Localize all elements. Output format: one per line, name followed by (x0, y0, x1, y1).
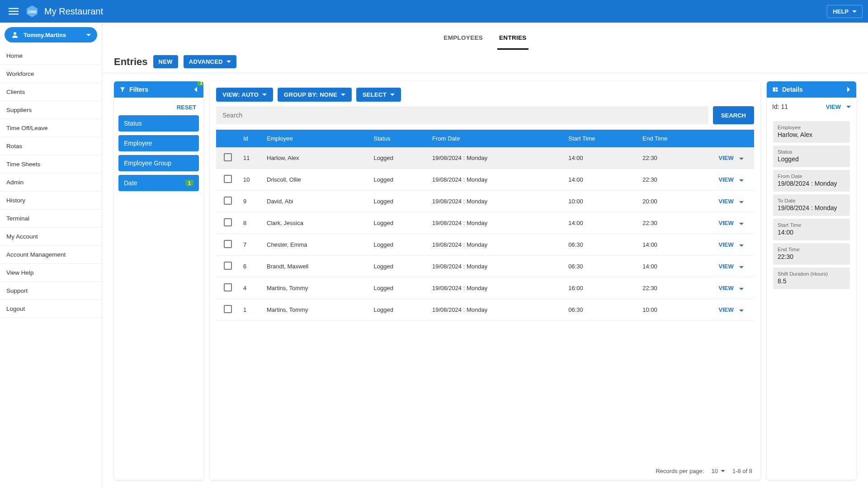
chevron-right-icon (846, 86, 851, 93)
row-checkbox[interactable] (224, 283, 232, 291)
chevron-down-icon[interactable] (737, 220, 746, 226)
sidebar-item[interactable]: Account Management (0, 246, 102, 264)
details-view-button[interactable]: VIEW (826, 103, 841, 110)
table-row[interactable]: 10 Driscoll, Ollie Logged 19/08/2024 : M… (216, 169, 754, 191)
row-view-button[interactable]: VIEW (719, 155, 734, 161)
app-bar: 1BM My Restaurant HELP (0, 0, 868, 23)
table-row[interactable]: 6 Brandt, Maxwell Logged 19/08/2024 : Mo… (216, 256, 754, 277)
chevron-down-icon[interactable] (737, 176, 746, 183)
svg-rect-7 (776, 87, 778, 89)
view-mode-button[interactable]: VIEW: AUTO (216, 88, 273, 102)
filter-chip[interactable]: Status (118, 115, 199, 131)
table-row[interactable]: 11 Harlow, Alex Logged 19/08/2024 : Mond… (216, 147, 754, 169)
hamburger-menu-icon[interactable] (5, 3, 22, 19)
advanced-label: ADVANCED (189, 58, 223, 65)
table-row[interactable]: 8 Clark, Jessica Logged 19/08/2024 : Mon… (216, 212, 754, 234)
sidebar-item[interactable]: History (0, 192, 102, 210)
reset-filters-button[interactable]: RESET (118, 101, 199, 115)
sidebar-item[interactable]: Support (0, 282, 102, 300)
row-checkbox[interactable] (224, 262, 232, 270)
table-row[interactable]: 9 David, Abi Logged 19/08/2024 : Monday … (216, 191, 754, 212)
col-status[interactable]: Status (370, 130, 429, 147)
chevron-down-icon[interactable] (737, 198, 746, 205)
details-header[interactable]: Details (767, 81, 856, 98)
filter-chip[interactable]: Employee (118, 135, 199, 151)
filter-chip[interactable]: Employee Group (118, 155, 199, 171)
detail-card: Shift Duration (Hours)8.5 (773, 267, 850, 289)
page-title: Entries (114, 56, 148, 68)
chevron-down-icon[interactable] (737, 306, 746, 313)
filters-panel: Filters 1 RESET StatusEmployeeEmployee G… (114, 81, 203, 480)
group-by-button[interactable]: GROUP BY: NONE (278, 88, 352, 102)
table-row[interactable]: 1 Martins, Tommy Logged 19/08/2024 : Mon… (216, 299, 754, 321)
details-title: Details (782, 86, 803, 93)
row-checkbox[interactable] (224, 175, 232, 183)
sidebar-item[interactable]: Admin (0, 174, 102, 192)
sidebar-item[interactable]: My Account (0, 228, 102, 246)
chevron-down-icon[interactable] (846, 106, 851, 108)
sidebar-item[interactable]: View Help (0, 264, 102, 282)
col-end[interactable]: End Time (639, 130, 709, 147)
row-checkbox[interactable] (224, 218, 232, 226)
svg-rect-1 (9, 11, 19, 12)
filters-count-badge: 1 (197, 81, 203, 86)
tab-entries[interactable]: ENTRIES (497, 31, 528, 50)
chevron-down-icon[interactable] (737, 263, 746, 270)
new-button[interactable]: NEW (153, 55, 178, 68)
table-row[interactable]: 7 Chester, Emma Logged 19/08/2024 : Mond… (216, 234, 754, 256)
chevron-down-icon (390, 94, 395, 96)
table-row[interactable]: 4 Martins, Tommy Logged 19/08/2024 : Mon… (216, 277, 754, 299)
row-checkbox[interactable] (224, 240, 232, 248)
sidebar-item[interactable]: Rotas (0, 137, 102, 155)
advanced-button[interactable]: ADVANCED (184, 55, 236, 68)
table-footer: Records per page: 10 1-8 of 8 (210, 462, 760, 480)
filters-header[interactable]: Filters (114, 81, 203, 98)
col-start[interactable]: Start Time (565, 130, 639, 147)
chevron-down-icon[interactable] (737, 241, 746, 248)
svg-point-5 (14, 32, 16, 35)
user-icon (11, 31, 19, 39)
filter-chip[interactable]: Date1 (118, 175, 199, 191)
search-input[interactable] (216, 106, 708, 124)
search-button[interactable]: SEARCH (713, 106, 754, 124)
chevron-down-icon[interactable] (737, 155, 746, 161)
filter-count-badge: 1 (185, 180, 193, 186)
row-view-button[interactable]: VIEW (719, 198, 734, 205)
per-page-select[interactable]: 10 (711, 468, 725, 474)
entries-table: Id Employee Status From Date Start Time … (216, 130, 754, 321)
row-view-button[interactable]: VIEW (719, 220, 734, 226)
app-logo-icon: 1BM (24, 4, 40, 19)
row-view-button[interactable]: VIEW (719, 285, 734, 291)
row-view-button[interactable]: VIEW (719, 176, 734, 183)
row-checkbox[interactable] (224, 197, 232, 205)
detail-card: End Time22:30 (773, 243, 850, 265)
sidebar-item[interactable]: Time Sheets (0, 155, 102, 174)
row-checkbox[interactable] (224, 305, 232, 313)
sidebar-item[interactable]: Terminal (0, 210, 102, 228)
details-panel: Details Id: 11 VIEW EmployeeHarlow, Alex… (767, 81, 856, 480)
sidebar-item[interactable]: Time Off/Leave (0, 119, 102, 137)
chevron-down-icon[interactable] (737, 285, 746, 291)
sidebar-item[interactable]: Clients (0, 83, 102, 101)
sidebar-item[interactable]: Workforce (0, 65, 102, 83)
row-view-button[interactable]: VIEW (719, 263, 734, 270)
page-header: Entries NEW ADVANCED (102, 50, 868, 73)
row-checkbox[interactable] (224, 153, 232, 161)
sidebar-item[interactable]: Suppliers (0, 101, 102, 119)
row-view-button[interactable]: VIEW (719, 241, 734, 248)
help-label: HELP (833, 8, 849, 15)
select-button[interactable]: SELECT (356, 88, 401, 102)
chevron-down-icon (86, 34, 91, 36)
col-id[interactable]: Id (240, 130, 263, 147)
sidebar-item[interactable]: Home (0, 47, 102, 65)
sidebar-item[interactable]: Logout (0, 300, 102, 318)
svg-rect-8 (776, 90, 778, 92)
row-view-button[interactable]: VIEW (719, 306, 734, 313)
col-from[interactable]: From Date (429, 130, 565, 147)
tab-employees[interactable]: EMPLOYEES (442, 31, 485, 50)
help-button[interactable]: HELP (827, 5, 863, 18)
user-menu[interactable]: Tommy.Martins (5, 27, 97, 42)
detail-card: From Date19/08/2024 : Monday (773, 170, 850, 192)
chevron-down-icon (852, 10, 857, 13)
col-employee[interactable]: Employee (263, 130, 370, 147)
